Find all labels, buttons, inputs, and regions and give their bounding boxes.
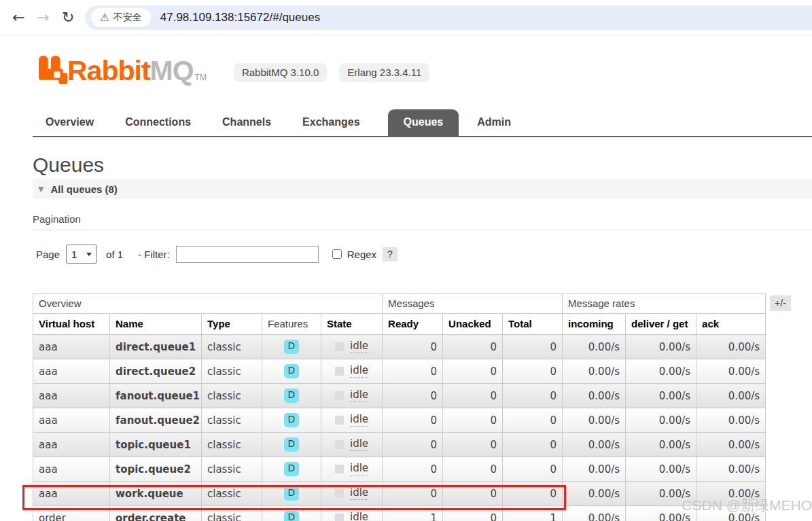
- all-queues-section-toggle[interactable]: ▼ All queues (8): [33, 179, 812, 199]
- page-title: Queues: [33, 154, 104, 177]
- col-state[interactable]: State: [321, 314, 383, 335]
- vhost-cell: aaa: [33, 457, 110, 482]
- warning-icon: ⚠: [100, 12, 109, 24]
- queue-name-link[interactable]: direct.queue2: [110, 359, 202, 384]
- durable-badge: D: [284, 389, 300, 403]
- tab-admin[interactable]: Admin: [477, 109, 511, 136]
- queue-name-link[interactable]: order.create: [110, 506, 202, 521]
- state-label: idle: [350, 413, 368, 427]
- state-indicator-icon: [335, 391, 344, 400]
- col-unacked[interactable]: Unacked: [443, 314, 503, 335]
- total-cell: 1: [503, 506, 563, 521]
- incoming-cell: 0.00/s: [563, 433, 626, 457]
- forward-icon[interactable]: →: [37, 10, 49, 25]
- pagination-controls: Page 1 of 1 - Filter: Regex ?: [36, 243, 398, 265]
- regex-help-button[interactable]: ?: [383, 247, 398, 262]
- total-cell: 0: [503, 457, 563, 482]
- deliver-get-cell: 0.00/s: [626, 359, 696, 384]
- ack-cell: 0.00/s: [696, 457, 766, 482]
- deliver-get-cell: 0.00/s: [626, 433, 696, 457]
- queue-name-link[interactable]: fanout.queue2: [110, 408, 202, 433]
- incoming-cell: 0.00/s: [563, 506, 626, 521]
- features-cell: D: [262, 482, 321, 506]
- security-label: 不安全: [113, 12, 142, 24]
- ready-cell: 0: [383, 457, 443, 482]
- page-select[interactable]: 1: [66, 245, 97, 264]
- ack-cell: 0.00/s: [696, 335, 766, 359]
- regex-checkbox[interactable]: [332, 249, 342, 259]
- col-name[interactable]: Name: [110, 314, 202, 335]
- table-row: aaa direct.queue2 classic D idle 0 0 0 0…: [33, 359, 766, 384]
- total-cell: 0: [503, 335, 563, 359]
- site-security-chip[interactable]: ⚠ 不安全: [91, 8, 150, 27]
- column-header-row: Virtual host Name Type Features State Re…: [33, 314, 766, 335]
- col-incoming[interactable]: incoming: [563, 314, 626, 335]
- ready-cell: 1: [383, 506, 443, 521]
- deliver-get-cell: 0.00/s: [626, 457, 696, 482]
- col-total[interactable]: Total: [503, 314, 563, 335]
- logo-primary: Rabbit: [67, 55, 150, 86]
- rabbitmq-logo-icon: [39, 56, 67, 84]
- col-deliver-get[interactable]: deliver / get: [626, 314, 696, 335]
- ack-cell: 0.00/s: [696, 433, 766, 457]
- col-type[interactable]: Type: [202, 314, 262, 335]
- section-header-label: All queues (8): [50, 183, 117, 195]
- deliver-get-cell: 0.00/s: [626, 408, 696, 433]
- queue-name-link[interactable]: fanout.queue1: [110, 384, 202, 408]
- state-cell: idle: [321, 335, 383, 359]
- unacked-cell: 0: [443, 335, 503, 359]
- queue-name-link[interactable]: topic.queue2: [110, 457, 202, 482]
- unacked-cell: 0: [443, 433, 503, 457]
- filter-input[interactable]: [176, 246, 319, 263]
- state-indicator-icon: [335, 465, 344, 473]
- type-cell: classic: [202, 457, 262, 482]
- state-cell: idle: [321, 457, 383, 482]
- queue-name-link[interactable]: direct.queue1: [110, 335, 202, 359]
- type-cell: classic: [202, 384, 262, 408]
- tab-queues[interactable]: Queues: [388, 109, 459, 136]
- state-cell: idle: [321, 408, 383, 433]
- version-badges: RabbitMQ 3.10.0 Erlang 23.3.4.11: [234, 63, 429, 82]
- queue-name-link[interactable]: topic.queue1: [110, 433, 202, 457]
- tab-exchanges[interactable]: Exchanges: [302, 109, 359, 136]
- state-label: idle: [350, 511, 368, 521]
- state-cell: idle: [321, 482, 383, 506]
- back-icon[interactable]: ←: [12, 10, 24, 25]
- column-toggle-button[interactable]: +/-: [770, 295, 791, 311]
- deliver-get-cell: 0.00/s: [626, 335, 696, 359]
- state-indicator-icon: [335, 440, 344, 449]
- type-cell: classic: [202, 433, 262, 457]
- refresh-icon[interactable]: ↻: [62, 10, 74, 25]
- total-cell: 0: [503, 408, 563, 433]
- col-ready[interactable]: Ready: [383, 314, 443, 335]
- queue-name-link[interactable]: work.queue: [110, 482, 202, 506]
- col-ack[interactable]: ack: [696, 314, 766, 335]
- tab-overview[interactable]: Overview: [46, 109, 94, 136]
- ack-cell: 0.00/s: [696, 408, 766, 433]
- type-cell: classic: [202, 482, 262, 506]
- ready-cell: 0: [383, 384, 443, 408]
- unacked-cell: 0: [443, 457, 503, 482]
- address-bar[interactable]: ⚠ 不安全 47.98.109.138:15672/#/queues: [85, 5, 812, 30]
- tab-connections[interactable]: Connections: [125, 109, 191, 136]
- state-label: idle: [350, 340, 368, 353]
- state-indicator-icon: [335, 367, 344, 376]
- erlang-version-badge: Erlang 23.3.4.11: [339, 63, 429, 82]
- select-chevron-icon: [86, 253, 92, 256]
- deliver-get-cell: 0.00/s: [626, 384, 696, 408]
- features-cell: D: [262, 359, 321, 384]
- table-row: aaa topic.queue1 classic D idle 0 0 0 0.…: [33, 433, 766, 457]
- vhost-cell: aaa: [33, 384, 110, 408]
- group-header-row: Overview Messages Message rates: [33, 294, 766, 314]
- tab-channels[interactable]: Channels: [222, 109, 271, 136]
- vhost-cell: aaa: [33, 482, 110, 506]
- queues-table: Overview Messages Message rates Virtual …: [33, 293, 766, 521]
- table-row: aaa fanout.queue1 classic D idle 0 0 0 0…: [33, 384, 766, 408]
- col-virtual-host[interactable]: Virtual host: [33, 314, 110, 335]
- total-cell: 0: [503, 384, 563, 408]
- vhost-cell: aaa: [33, 433, 110, 457]
- features-cell: D: [262, 384, 321, 408]
- state-cell: idle: [321, 384, 383, 408]
- ready-cell: 0: [383, 359, 443, 384]
- url-text[interactable]: 47.98.109.138:15672/#/queues: [160, 11, 320, 24]
